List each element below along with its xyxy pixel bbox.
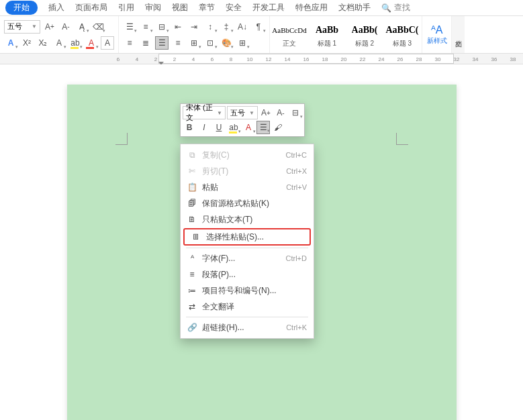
- paragraph-icon: ≡: [186, 270, 198, 279]
- tab-pagelayout[interactable]: 页面布局: [75, 2, 107, 13]
- tab-devtools[interactable]: 开发工具: [252, 2, 285, 13]
- font-size-select[interactable]: 五号 ▼: [4, 20, 40, 34]
- char-border-button[interactable]: A: [101, 36, 114, 50]
- highlight-button[interactable]: ab▾: [68, 36, 82, 50]
- ctx-bullets-numbering[interactable]: ≔ 项目符号和编号(N)...: [181, 282, 314, 299]
- multilevel-button[interactable]: ⊟▾: [155, 20, 169, 34]
- ruler-number: 24: [379, 56, 385, 62]
- line-spacing-button[interactable]: ‡▾: [220, 20, 233, 34]
- translate-icon: ⇄: [186, 302, 198, 311]
- paste-text-icon: 🗎: [186, 215, 198, 224]
- ctx-label: 只粘贴文本(T): [202, 214, 307, 225]
- paste-special-icon: 🗏: [190, 232, 202, 242]
- tab-start[interactable]: 开始: [5, 1, 38, 15]
- mini-font-select[interactable]: 宋体 (正文 ▼: [183, 106, 226, 119]
- shading-button[interactable]: 🎨▾: [220, 36, 233, 50]
- increase-indent-button[interactable]: ⇥: [187, 20, 201, 34]
- style-h3[interactable]: AaBbC( 标题 3: [384, 17, 420, 52]
- ctx-paste-special[interactable]: 🗏 选择性粘贴(S)...: [185, 229, 310, 244]
- mini-font-color-button[interactable]: A▾: [242, 121, 255, 134]
- ruler-number: 4: [136, 56, 138, 62]
- doc-panel-toggle[interactable]: 文档: [451, 16, 465, 53]
- grow-font-button[interactable]: A+: [43, 20, 56, 34]
- font-color-button[interactable]: A▾: [85, 36, 98, 50]
- font-style-a-button[interactable]: A▾: [52, 36, 66, 50]
- mini-multilevel-button[interactable]: ⊟▾: [289, 106, 302, 119]
- ctx-paste[interactable]: 📋 粘贴 Ctrl+V: [181, 179, 314, 195]
- ruler-number: 20: [341, 56, 347, 62]
- search-box[interactable]: 🔍 查找: [381, 2, 410, 13]
- align-center-button[interactable]: ≣: [139, 36, 152, 50]
- tab-dochelper[interactable]: 文档助手: [338, 2, 371, 13]
- tab-review[interactable]: 审阅: [145, 2, 161, 13]
- tab-insert[interactable]: 插入: [48, 2, 64, 13]
- ruler-number: 32: [454, 56, 460, 62]
- ruler-number: 6: [211, 56, 213, 62]
- mini-grow-font-button[interactable]: A+: [259, 106, 273, 119]
- mini-italic-button[interactable]: I: [197, 121, 211, 134]
- ctx-hyperlink[interactable]: 🔗 超链接(H)... Ctrl+K: [181, 319, 314, 335]
- numbering-button[interactable]: ≡▾: [139, 20, 152, 34]
- text-direction-button[interactable]: ↕▾: [203, 20, 217, 34]
- show-marks-button[interactable]: ¶▾: [252, 20, 265, 34]
- subscript-button[interactable]: X₂: [36, 36, 50, 50]
- decrease-indent-button[interactable]: ⇤: [171, 20, 185, 34]
- style-h1[interactable]: AaBb 标题 1: [309, 17, 345, 52]
- ctx-translate[interactable]: ⇄ 全文翻译: [181, 299, 314, 315]
- new-style-label: 新样式: [427, 36, 447, 46]
- style-body[interactable]: AaBbCcDd 正文: [271, 17, 307, 52]
- distribute-button[interactable]: ⊞▾: [187, 36, 201, 50]
- superscript-button[interactable]: X²: [20, 36, 34, 50]
- ruler-number: 12: [266, 56, 272, 62]
- bullets-button[interactable]: ☰▾: [123, 20, 136, 34]
- ctx-label: 剪切(T): [202, 166, 286, 177]
- borders-button[interactable]: ⊞▾: [236, 36, 249, 50]
- ctx-paste-text-only[interactable]: 🗎 只粘贴文本(T): [181, 211, 314, 227]
- ctx-shortcut: Ctrl+D: [286, 254, 307, 262]
- ctx-label: 保留源格式粘贴(K): [202, 198, 307, 209]
- text-effects-button[interactable]: A▾: [4, 36, 17, 50]
- mini-highlight-button[interactable]: ab▾: [227, 121, 240, 134]
- mini-toolbar: 宋体 (正文 ▼ 五号 ▼ A+ A- ⊟▾ B I U ab▾ A▾ ☰▾ 🖌: [180, 103, 305, 137]
- shrink-font-button[interactable]: A-: [59, 20, 73, 34]
- ctx-label: 超链接(H)...: [202, 322, 286, 333]
- style-label: 标题 2: [355, 39, 374, 48]
- align-justify-button[interactable]: ☰: [155, 36, 169, 50]
- tab-chapter[interactable]: 章节: [199, 2, 215, 13]
- align-left-button[interactable]: ≡: [123, 36, 136, 50]
- new-style-button[interactable]: ᴬA 新样式: [422, 16, 451, 53]
- horizontal-ruler[interactable]: 642246810121416182022242628303234363840: [0, 54, 523, 64]
- mini-align-button[interactable]: ☰▾: [256, 121, 270, 134]
- ctx-label: 复制(C): [202, 150, 286, 161]
- ruler-number: 4: [192, 56, 195, 62]
- tab-view[interactable]: 视图: [172, 2, 188, 13]
- tab-references[interactable]: 引用: [118, 2, 134, 13]
- change-case-button[interactable]: Ą▾: [75, 20, 89, 34]
- style-h2[interactable]: AaBb( 标题 2: [346, 17, 383, 52]
- ctx-font[interactable]: ᴬ 字体(F)... Ctrl+D: [181, 250, 314, 266]
- clear-format-button[interactable]: ⌫▾: [91, 20, 105, 34]
- style-preview: AaBb: [316, 21, 338, 39]
- ruler-number: 18: [322, 56, 328, 62]
- style-gallery: AaBbCcDd 正文 AaBb 标题 1 AaBb( 标题 2 AaBbC( …: [270, 16, 422, 53]
- ruler-number: 36: [491, 56, 497, 62]
- ruler-number: 30: [435, 56, 441, 62]
- sort-button[interactable]: A↓: [236, 20, 249, 34]
- mini-bold-button[interactable]: B: [183, 121, 196, 134]
- tab-special[interactable]: 特色应用: [295, 2, 328, 13]
- ruler-number: 8: [230, 56, 232, 62]
- dropdown-icon: ▼: [249, 110, 254, 116]
- dropdown-icon: ▼: [217, 110, 222, 116]
- style-label: 正文: [283, 39, 296, 48]
- copy-icon: ⧉: [186, 150, 198, 160]
- ctx-paste-keep-format[interactable]: 🗐 保留源格式粘贴(K): [181, 195, 314, 211]
- tab-security[interactable]: 安全: [226, 2, 242, 13]
- ruler-number: 10: [247, 56, 253, 62]
- indent-para-button[interactable]: ⊡▾: [203, 36, 217, 50]
- mini-format-painter-button[interactable]: 🖌: [271, 121, 285, 134]
- mini-shrink-font-button[interactable]: A-: [274, 106, 287, 119]
- ctx-paragraph[interactable]: ≡ 段落(P)...: [181, 266, 314, 282]
- align-right-button[interactable]: ≡: [171, 36, 185, 50]
- mini-underline-button[interactable]: U: [212, 121, 226, 134]
- mini-size-select[interactable]: 五号 ▼: [227, 106, 258, 119]
